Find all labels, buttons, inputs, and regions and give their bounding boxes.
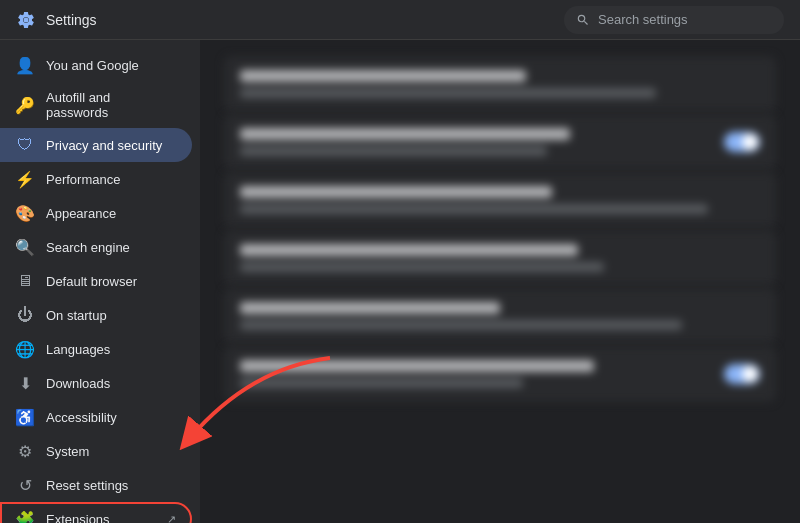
- system-icon: ⚙: [16, 442, 34, 460]
- autofill-passwords-label: Autofill and passwords: [46, 90, 176, 120]
- sidebar-item-on-startup[interactable]: ⏻On startup: [0, 298, 192, 332]
- sidebar-item-languages[interactable]: 🌐Languages: [0, 332, 192, 366]
- search-engine-label: Search engine: [46, 240, 176, 255]
- content-row: [224, 346, 776, 402]
- autofill-passwords-icon: 🔑: [16, 96, 34, 114]
- content-row: [224, 114, 776, 170]
- content-row: [224, 172, 776, 228]
- content-row-title-bar: [240, 70, 526, 82]
- downloads-label: Downloads: [46, 376, 176, 391]
- sidebar-item-reset-settings[interactable]: ↺Reset settings: [0, 468, 192, 502]
- content-row-sub-bar: [240, 204, 708, 214]
- content-row-sub-bar: [240, 262, 604, 272]
- sidebar: 👤You and Google🔑Autofill and passwords🛡P…: [0, 40, 200, 523]
- accessibility-icon: ♿: [16, 408, 34, 426]
- privacy-security-icon: 🛡: [16, 136, 34, 154]
- content-row-sub-bar: [240, 320, 682, 330]
- extensions-external-icon: ↗: [167, 513, 176, 524]
- toggle-switch[interactable]: [724, 364, 760, 384]
- on-startup-label: On startup: [46, 308, 176, 323]
- you-and-google-icon: 👤: [16, 56, 34, 74]
- content-row-sub-bar: [240, 146, 547, 156]
- content-row-text: [240, 70, 760, 98]
- content-row-text: [240, 302, 760, 330]
- sidebar-item-accessibility[interactable]: ♿Accessibility: [0, 400, 192, 434]
- content-row-text: [240, 128, 712, 156]
- privacy-security-label: Privacy and security: [46, 138, 176, 153]
- sidebar-item-downloads[interactable]: ⬇Downloads: [0, 366, 192, 400]
- sidebar-item-search-engine[interactable]: 🔍Search engine: [0, 230, 192, 264]
- you-and-google-label: You and Google: [46, 58, 176, 73]
- search-bar[interactable]: Search settings: [564, 6, 784, 34]
- default-browser-icon: 🖥: [16, 272, 34, 290]
- extensions-label: Extensions: [46, 512, 155, 524]
- main-layout: 👤You and Google🔑Autofill and passwords🛡P…: [0, 40, 800, 523]
- appearance-label: Appearance: [46, 206, 176, 221]
- search-engine-icon: 🔍: [16, 238, 34, 256]
- content-row-title-bar: [240, 302, 500, 314]
- title-bar: Settings Search settings: [0, 0, 800, 40]
- search-icon: [576, 13, 590, 27]
- sidebar-item-system[interactable]: ⚙System: [0, 434, 192, 468]
- content-row-text: [240, 186, 760, 214]
- performance-icon: ⚡: [16, 170, 34, 188]
- search-placeholder: Search settings: [598, 12, 688, 27]
- page-title: Settings: [46, 12, 97, 28]
- sidebar-item-you-and-google[interactable]: 👤You and Google: [0, 48, 192, 82]
- reset-settings-icon: ↺: [16, 476, 34, 494]
- content-area: [200, 40, 800, 523]
- sidebar-item-appearance[interactable]: 🎨Appearance: [0, 196, 192, 230]
- accessibility-label: Accessibility: [46, 410, 176, 425]
- content-row: [224, 230, 776, 286]
- svg-point-0: [24, 17, 29, 22]
- performance-label: Performance: [46, 172, 176, 187]
- sidebar-item-default-browser[interactable]: 🖥Default browser: [0, 264, 192, 298]
- sidebar-item-performance[interactable]: ⚡Performance: [0, 162, 192, 196]
- appearance-icon: 🎨: [16, 204, 34, 222]
- content-row: [224, 288, 776, 344]
- on-startup-icon: ⏻: [16, 306, 34, 324]
- toggle-switch[interactable]: [724, 132, 760, 152]
- content-row-title-bar: [240, 360, 594, 372]
- sidebar-item-extensions[interactable]: 🧩Extensions↗: [0, 502, 192, 523]
- languages-icon: 🌐: [16, 340, 34, 358]
- content-row-title-bar: [240, 128, 570, 140]
- content-row-text: [240, 244, 760, 272]
- content-row: [224, 56, 776, 112]
- languages-label: Languages: [46, 342, 176, 357]
- content-row-sub-bar: [240, 378, 523, 388]
- content-row-text: [240, 360, 712, 388]
- content-row-sub-bar: [240, 88, 656, 98]
- reset-settings-label: Reset settings: [46, 478, 176, 493]
- downloads-icon: ⬇: [16, 374, 34, 392]
- content-row-title-bar: [240, 186, 552, 198]
- extensions-icon: 🧩: [16, 510, 34, 523]
- default-browser-label: Default browser: [46, 274, 176, 289]
- content-row-title-bar: [240, 244, 578, 256]
- system-label: System: [46, 444, 176, 459]
- chrome-settings-icon: [16, 10, 36, 30]
- sidebar-item-privacy-security[interactable]: 🛡Privacy and security: [0, 128, 192, 162]
- sidebar-item-autofill-passwords[interactable]: 🔑Autofill and passwords: [0, 82, 192, 128]
